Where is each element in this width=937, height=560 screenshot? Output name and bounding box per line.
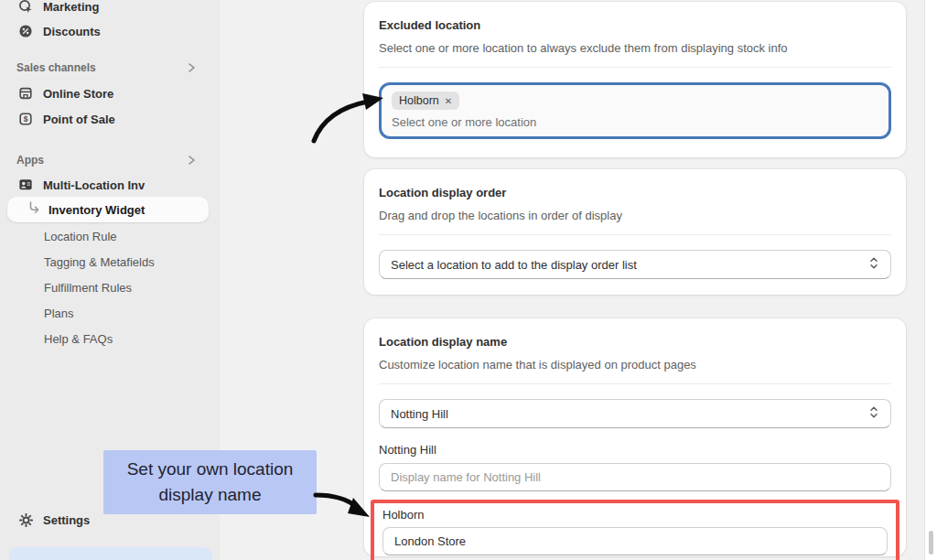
gear-icon (18, 512, 33, 527)
sidebar-item-discounts[interactable]: Discounts (11, 18, 209, 44)
excluded-location-multiselect[interactable]: Holborn ✕ Select one or more location (379, 82, 891, 139)
chevron-right-icon (185, 61, 198, 77)
select-chevron-icon (868, 405, 879, 422)
sidebar-item-fulfillment-rules[interactable]: Fulfillment Rules (11, 275, 209, 300)
annotation-callout: Set your own location display name (103, 450, 317, 514)
location-display-order-card: Location display order Drag and drop the… (364, 169, 906, 295)
sidebar-item-plans[interactable]: Plans (11, 300, 209, 326)
sidebar-item-marketing[interactable]: Marketing (11, 0, 209, 19)
sidebar-item-label: Marketing (43, 0, 99, 14)
sidebar-item-point-of-sale[interactable]: $ Point of Sale (11, 106, 209, 132)
discounts-icon (18, 24, 33, 38)
sidebar-item-label: Discounts (43, 25, 101, 38)
app-window: Marketing Discounts Sales channels Onlin… (0, 0, 937, 560)
remove-tag-icon[interactable]: ✕ (445, 96, 452, 106)
sidebar-heading-apps[interactable]: Apps (16, 147, 209, 173)
sidebar-item-help-faqs[interactable]: Help & FAQs (11, 326, 209, 351)
divider (379, 234, 891, 235)
excluded-location-card: Excluded location Select one or more loc… (364, 2, 906, 157)
sidebar-item-location-rule[interactable]: Location Rule (11, 223, 209, 249)
sidebar-item-online-store[interactable]: Online Store (11, 81, 209, 106)
sidebar-item-label: Point of Sale (43, 113, 115, 126)
scrollbar-thumb[interactable] (929, 531, 933, 555)
multiselect-placeholder: Select one or more location (392, 115, 878, 129)
display-name-input-notting-hill[interactable] (379, 463, 891, 491)
card-title: Location display name (379, 335, 891, 349)
sidebar-item-label: Multi-Location Inv (43, 178, 145, 192)
field-label-holborn: Holborn (382, 508, 888, 522)
svg-text:$: $ (24, 114, 28, 124)
chevron-right-icon (185, 154, 198, 169)
scrollbar-track[interactable] (924, 0, 937, 560)
sidebar-item-tagging-metafields[interactable]: Tagging & Metafields (11, 249, 209, 275)
card-description: Select one or more location to always ex… (379, 41, 891, 55)
divider (379, 383, 891, 384)
location-display-name-card: Location display name Customize location… (364, 318, 906, 556)
divider (379, 67, 891, 68)
card-title: Location display order (379, 186, 891, 199)
highlighted-field-group: Holborn (371, 500, 899, 560)
select-chevron-icon (868, 256, 879, 273)
sidebar-item-inventory-widget[interactable]: Inventory Widget (7, 197, 209, 222)
location-tag-holborn[interactable]: Holborn ✕ (392, 92, 459, 110)
multi-location-inv-app-icon (18, 178, 33, 192)
point-of-sale-icon: $ (18, 112, 33, 126)
online-store-icon (18, 86, 33, 101)
card-description: Drag and drop the locations in order of … (379, 209, 891, 222)
sidebar-item-label: Online Store (43, 87, 113, 101)
display-order-select[interactable]: Select a location to add to the display … (379, 250, 891, 279)
field-label-notting-hill: Notting Hill (379, 443, 891, 457)
card-title: Excluded location (379, 18, 891, 32)
sidebar-highlight-pill (9, 547, 212, 560)
card-description: Customize location name that is displaye… (379, 358, 891, 372)
sidebar-item-label: Settings (43, 513, 90, 527)
elbow-arrow-icon (27, 201, 40, 218)
marketing-icon (18, 0, 33, 14)
display-name-input-holborn[interactable] (382, 527, 888, 555)
sidebar-heading-sales-channels[interactable]: Sales channels (16, 55, 209, 81)
sidebar-item-multi-location-inv[interactable]: Multi-Location Inv (11, 172, 209, 198)
location-select[interactable]: Notting Hill (379, 399, 891, 428)
sidebar-item-label: Inventory Widget (48, 203, 145, 217)
